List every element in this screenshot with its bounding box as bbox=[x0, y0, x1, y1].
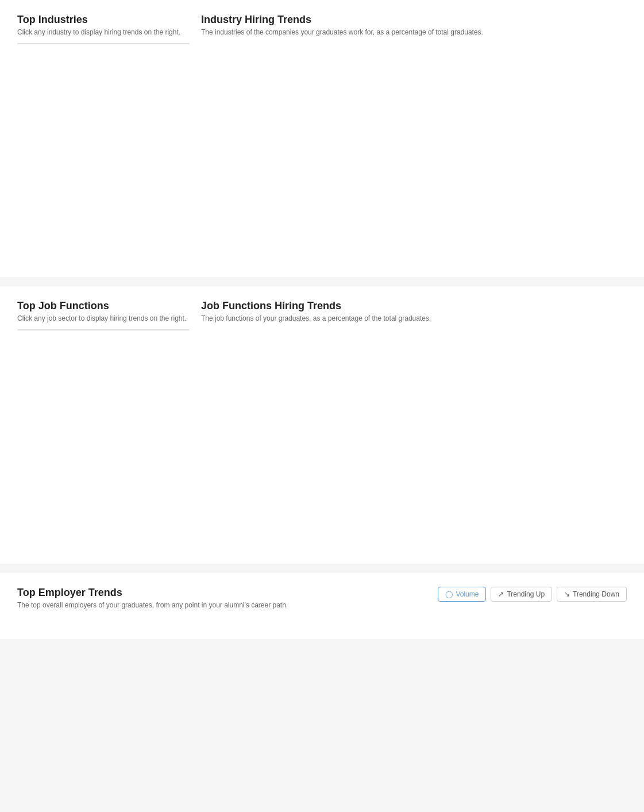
job-functions-left-panel: Top Job Functions Click any job sector t… bbox=[17, 300, 190, 549]
volume-label: Volume bbox=[456, 590, 479, 598]
top-industries-subtitle: Click any industry to display hiring tre… bbox=[17, 28, 190, 36]
employer-trends-title: Top Employer Trends bbox=[17, 587, 288, 599]
industries-left-panel: Top Industries Click any industry to dis… bbox=[17, 14, 190, 263]
top-job-functions-subtitle: Click any job sector to display hiring t… bbox=[17, 314, 190, 322]
employer-header-left: Top Employer Trends The top overall empl… bbox=[17, 587, 288, 616]
trending-up-button[interactable]: ↗ Trending Up bbox=[491, 587, 552, 602]
job-functions-chart-panel: Job Functions Hiring Trends The job func… bbox=[201, 300, 627, 549]
job-functions-list bbox=[17, 329, 190, 330]
trending-down-icon: ↘ bbox=[564, 590, 570, 598]
job-functions-chart-title: Job Functions Hiring Trends bbox=[201, 300, 627, 312]
industry-trend-chart bbox=[201, 42, 627, 261]
job-functions-trend-chart bbox=[201, 328, 627, 548]
industry-chart-subtitle: The industries of the companies your gra… bbox=[201, 28, 627, 36]
industry-chart-title: Industry Hiring Trends bbox=[201, 14, 627, 26]
trending-down-button[interactable]: ↘ Trending Down bbox=[557, 587, 627, 602]
top-industries-title: Top Industries bbox=[17, 14, 190, 26]
employer-trends-section: Top Employer Trends The top overall empl… bbox=[0, 573, 644, 639]
trend-filter-buttons: ◯ Volume ↗ Trending Up ↘ Trending Down bbox=[438, 587, 627, 602]
top-industries-section: Top Industries Click any industry to dis… bbox=[0, 0, 644, 277]
volume-button[interactable]: ◯ Volume bbox=[438, 587, 486, 602]
top-job-functions-section: Top Job Functions Click any job sector t… bbox=[0, 286, 644, 563]
circle-check-icon: ◯ bbox=[445, 590, 453, 598]
trending-down-label: Trending Down bbox=[573, 590, 619, 598]
job-functions-chart-area bbox=[201, 328, 627, 549]
trending-up-icon: ↗ bbox=[498, 590, 504, 598]
employer-header: Top Employer Trends The top overall empl… bbox=[17, 587, 627, 616]
job-functions-chart-subtitle: The job functions of your graduates, as … bbox=[201, 314, 627, 322]
industry-chart-area bbox=[201, 42, 627, 263]
trending-up-label: Trending Up bbox=[507, 590, 545, 598]
employer-trends-subtitle: The top overall employers of your gradua… bbox=[17, 601, 288, 609]
top-job-functions-title: Top Job Functions bbox=[17, 300, 190, 312]
industry-chart-panel: Industry Hiring Trends The industries of… bbox=[201, 14, 627, 263]
industry-list bbox=[17, 43, 190, 44]
